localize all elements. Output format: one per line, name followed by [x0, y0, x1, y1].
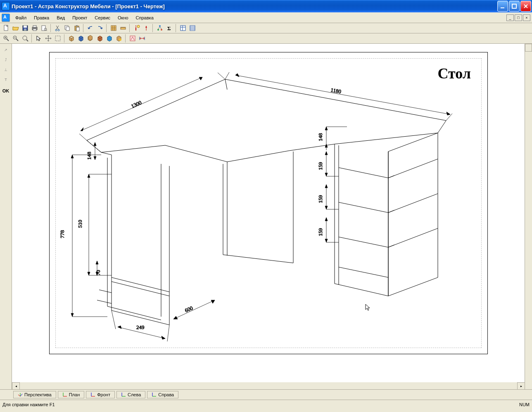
svg-line-79: [167, 325, 169, 341]
svg-line-56: [339, 237, 388, 247]
sigma-icon[interactable]: Σ: [165, 24, 174, 33]
tab-plan-label: План: [69, 392, 80, 397]
table2-icon[interactable]: [188, 24, 197, 33]
box4-icon[interactable]: [95, 34, 104, 43]
save-icon[interactable]: [21, 24, 30, 33]
svg-rect-7: [33, 26, 36, 27]
menu-help[interactable]: Справка: [132, 14, 157, 21]
svg-point-25: [159, 25, 161, 27]
svg-line-64: [79, 134, 87, 140]
svg-line-48: [99, 290, 112, 293]
menu-edit[interactable]: Правка: [30, 14, 53, 21]
undo-icon[interactable]: [86, 24, 95, 33]
redo-icon[interactable]: [95, 24, 104, 33]
svg-rect-15: [66, 27, 69, 31]
lp-btn4[interactable]: T: [1, 75, 10, 84]
svg-rect-19: [111, 26, 116, 31]
svg-rect-1: [512, 4, 516, 8]
box5-icon[interactable]: [105, 34, 114, 43]
svg-line-32: [7, 39, 9, 41]
dim-600: 600: [184, 305, 194, 314]
svg-rect-0: [501, 7, 504, 8]
cut-icon[interactable]: [53, 24, 62, 33]
svg-line-54: [339, 202, 388, 213]
svg-line-91: [18, 395, 20, 396]
svg-line-44: [225, 79, 227, 90]
tab-plan[interactable]: План: [58, 391, 85, 398]
dim-70: 70: [95, 270, 101, 275]
drawing-canvas[interactable]: Стол: [12, 44, 525, 382]
svg-line-67: [225, 72, 229, 79]
menu-file[interactable]: Файл: [12, 14, 30, 21]
misc1-icon[interactable]: [128, 34, 137, 43]
dim-159b: 159: [317, 195, 323, 204]
titlebar: Проект1 - Астра Конструктор Мебели - [Пр…: [0, 0, 532, 12]
window-title: Проект1 - Астра Конструктор Мебели - [Пр…: [12, 3, 497, 9]
lp-btn3[interactable]: ⊥: [1, 65, 10, 74]
lp-btn1[interactable]: ↗: [1, 45, 10, 54]
mdi-icon[interactable]: [2, 14, 10, 22]
tree-icon[interactable]: [155, 24, 164, 33]
menu-service[interactable]: Сервис: [91, 14, 114, 21]
tab-right-label: Справа: [158, 392, 174, 397]
tab-perspective[interactable]: Перспектива: [13, 391, 56, 398]
left-panel: ↗ ⤴ ⊥ T OK: [0, 44, 12, 382]
svg-line-46: [112, 282, 169, 296]
mdi-close[interactable]: ×: [523, 14, 530, 21]
maximize-button[interactable]: [509, 1, 520, 12]
dim-1180: 1180: [330, 87, 342, 95]
svg-rect-29: [180, 26, 185, 31]
dim-159a: 159: [317, 162, 323, 170]
zoom-out-icon[interactable]: [11, 34, 20, 43]
new-icon[interactable]: [2, 24, 11, 33]
menu-project[interactable]: Проект: [69, 14, 91, 21]
workspace: ↗ ⤴ ⊥ T OK Стол: [0, 44, 532, 382]
svg-line-49: [97, 300, 112, 303]
copy-icon[interactable]: [63, 24, 72, 33]
box1-icon[interactable]: [67, 34, 76, 43]
dim-778: 778: [59, 230, 65, 239]
svg-point-35: [23, 36, 27, 40]
move-icon[interactable]: [44, 34, 53, 43]
toolbar-view: [0, 33, 532, 44]
svg-line-61: [388, 194, 438, 213]
menu-view[interactable]: Вид: [53, 14, 69, 21]
grid-icon[interactable]: [109, 24, 118, 33]
lp-btn2[interactable]: ⤴: [1, 55, 10, 64]
print-preview-icon[interactable]: [40, 24, 49, 33]
zoom-in-icon[interactable]: [2, 34, 11, 43]
vertical-scrollbar[interactable]: [525, 44, 532, 382]
toolbar-main: Σ: [0, 23, 532, 33]
box3-icon[interactable]: [86, 34, 95, 43]
menu-window[interactable]: Окно: [114, 14, 132, 21]
minimize-button[interactable]: [497, 1, 508, 12]
zoom-fit-icon[interactable]: [21, 34, 30, 43]
mdi-minimize[interactable]: _: [506, 14, 514, 21]
print-icon[interactable]: [30, 24, 39, 33]
select-icon[interactable]: [34, 34, 43, 43]
tab-left-label: Слева: [128, 392, 141, 397]
svg-rect-8: [33, 29, 36, 31]
horizontal-scrollbar[interactable]: ◂▸: [12, 382, 532, 389]
open-icon[interactable]: [11, 24, 20, 33]
svg-text:Σ: Σ: [167, 25, 171, 31]
paste-icon[interactable]: [72, 24, 81, 33]
lp-ok-button[interactable]: OK: [2, 88, 10, 93]
svg-rect-21: [135, 26, 136, 26]
tab-right[interactable]: Справа: [147, 391, 178, 398]
box6-icon[interactable]: [114, 34, 124, 43]
tab-left[interactable]: Слева: [116, 391, 145, 398]
svg-line-11: [46, 30, 47, 31]
svg-line-66: [235, 75, 450, 114]
info-icon[interactable]: [132, 24, 141, 33]
region-icon[interactable]: [53, 34, 62, 43]
dimension-icon[interactable]: [138, 34, 147, 43]
svg-line-43: [87, 140, 101, 152]
ruler-icon[interactable]: [119, 24, 128, 33]
box2-icon[interactable]: [76, 34, 86, 43]
table1-icon[interactable]: [178, 24, 188, 33]
close-button[interactable]: [520, 1, 531, 12]
mdi-restore[interactable]: □: [515, 14, 522, 21]
pin-icon[interactable]: [142, 24, 151, 33]
tab-front[interactable]: Фронт: [86, 391, 115, 398]
